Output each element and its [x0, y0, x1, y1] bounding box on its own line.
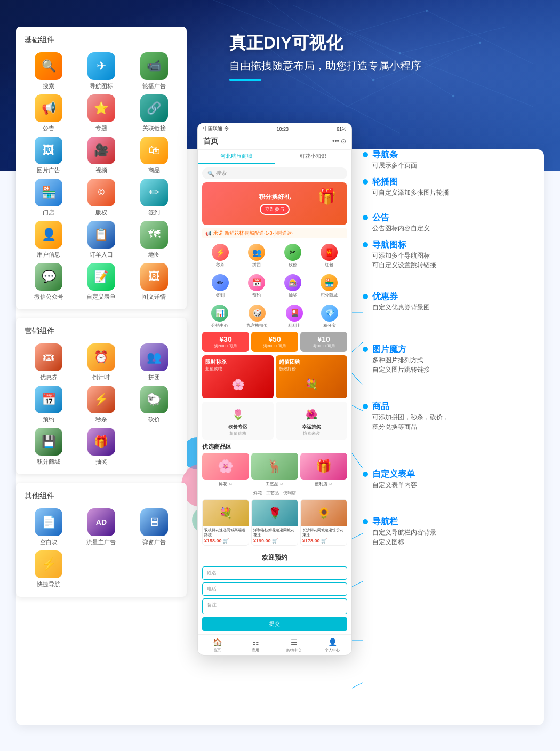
phone-icon-scratch[interactable]: 🎴 刮刮卡	[286, 305, 303, 329]
bottom-nav-apps-icon: ⚏	[252, 638, 259, 646]
banner-decoration: 🎁	[318, 188, 337, 205]
phone-icon-grid9[interactable]: 🎲 九宫格抽奖	[246, 305, 268, 329]
ann-desc-2: 可自定义添加多张图片轮播	[372, 188, 449, 197]
promo-item-lucky[interactable]: 🌺 幸运抽奖 惊喜来袭	[276, 402, 347, 440]
icon-imgad[interactable]: 🖼 图片广告	[25, 137, 73, 174]
phone-icon-points[interactable]: 🏪 积分商城	[321, 274, 338, 298]
icon-goods[interactable]: 🛍 商品	[130, 137, 178, 174]
icon-checkin[interactable]: ✏ 签到	[130, 179, 178, 217]
icon-search[interactable]: 🔍 搜索	[25, 52, 73, 90]
phone-battery: 61%	[337, 126, 346, 132]
group-buy-img: 💐	[279, 374, 344, 395]
product-2-price: ¥199.00 🛒	[252, 538, 298, 545]
promo-item-chop[interactable]: 🌷 砍价专区 超值价格	[202, 402, 274, 440]
coupon-2[interactable]: ¥50 满300.00可用	[251, 332, 298, 352]
icon-topic[interactable]: ⭐ 专题	[77, 94, 126, 132]
phone-search[interactable]: 🔍 搜索	[202, 167, 347, 179]
form-name-input[interactable]: 姓名	[202, 566, 347, 580]
icon-video[interactable]: 🎥 视频	[77, 137, 126, 174]
banner-btn[interactable]: 立即参与	[260, 204, 290, 215]
phone-icon-dist-label: 分销中心	[211, 323, 228, 329]
img-magic-store[interactable]: 🎁 便利店 ☺	[300, 453, 347, 487]
ann-dot-4	[363, 242, 368, 247]
icon-timer-label: 倒计时	[92, 373, 110, 381]
phone-icon-group[interactable]: 👥 拼团	[248, 244, 265, 268]
phone-icon-checkin[interactable]: ✏ 签到	[212, 274, 229, 298]
phone-banner: 积分换好礼 立即参与 🎁	[202, 182, 347, 225]
icon-timer-box: ⏰	[87, 343, 115, 371]
basic-icon-grid: 🔍 搜索 ✈ 导航图标 📹 轮播广告 📢 公告 ⭐ 专题	[25, 52, 178, 301]
icon-copyright[interactable]: © 版权	[77, 179, 126, 217]
icon-lottery[interactable]: 🎁 抽奖	[77, 428, 126, 466]
icon-banner[interactable]: 📹 轮播广告	[130, 52, 178, 90]
form-phone-input[interactable]: 电话	[202, 582, 347, 596]
phone-mockup: 中国联通 令 10:23 61% 首页 ••• ⊙ 河北航旅商城 鲜花小知识 🔍…	[197, 123, 352, 656]
icon-nav[interactable]: ✈ 导航图标	[77, 52, 126, 90]
icon-customform[interactable]: 📝 自定义表单	[77, 263, 126, 301]
phone-header-more[interactable]: ••• ⊙	[332, 138, 346, 145]
bottom-nav-profile[interactable]: 👤 个人中心	[313, 638, 351, 653]
icon-link[interactable]: 🔗 关联链接	[130, 94, 178, 132]
icon-copyright-box: ©	[87, 179, 115, 206]
icon-group[interactable]: 👥 拼团	[130, 343, 178, 381]
icon-goods-label: 商品	[148, 166, 160, 174]
phone-nav-tab-2[interactable]: 鲜花小知识	[275, 150, 351, 164]
phone-icon-flash[interactable]: ⚡ 秒杀	[212, 244, 229, 268]
product-1-name: 双枝鲜花速递同城高端道路统...	[203, 526, 249, 538]
icon-flowad-box: AD	[87, 508, 115, 536]
phone-status-bar: 中国联通 令 10:23 61%	[198, 123, 351, 134]
icon-popupad[interactable]: 🖥 弹窗广告	[130, 508, 178, 546]
icon-map[interactable]: 🗺 地图	[130, 221, 178, 259]
product-3-price: ¥178.00 🛒	[301, 538, 347, 545]
icon-userinfo[interactable]: 👤 用户信息	[25, 221, 73, 259]
img-magic-flower[interactable]: 🌸 鲜花 ☺	[202, 453, 249, 487]
annotation-coupon: 优惠券 自定义优惠券背景图	[363, 291, 544, 312]
icon-points[interactable]: 💾 积分商城	[25, 428, 73, 466]
flash-sale-sub: 超值购物	[205, 366, 270, 372]
form-submit-btn[interactable]: 提交	[202, 617, 347, 631]
icon-detail[interactable]: 🖼 图文详情	[130, 263, 178, 301]
img-magic-craft[interactable]: 🦌 工艺品 ☺	[251, 453, 298, 487]
phone-icon-lottery-circle: 🎰	[284, 274, 301, 291]
icon-store[interactable]: 🏪 门店	[25, 179, 73, 217]
icon-coupon[interactable]: 🎟 优惠券	[25, 343, 73, 381]
phone-icon-lottery[interactable]: 🎰 抽奖	[284, 274, 301, 298]
phone-icon-chop[interactable]: ✂ 砍价	[284, 244, 301, 268]
product-3[interactable]: 🌻 长沙鲜花同城速递惊价花束送... ¥178.00 🛒	[300, 499, 347, 546]
coupon-1[interactable]: ¥30 满200.00可用	[202, 332, 249, 352]
product-1[interactable]: 💐 双枝鲜花速递同城高端道路统... ¥158.00 🛒	[202, 499, 249, 546]
ann-dot-9	[363, 519, 368, 524]
phone-icon-dist[interactable]: 📊 分销中心	[211, 305, 228, 329]
phone-bottom-nav: 🏠 首页 ⚏ 应用 ☰ 购物中心 👤 个人中心	[198, 634, 351, 655]
icon-checkin-box: ✏	[140, 179, 168, 206]
icon-appt[interactable]: 📅 预约	[25, 386, 73, 424]
ann-desc-9: 自定义导航栏内容背景自定义图标	[372, 528, 436, 547]
phone-icon-scratch-label: 刮刮卡	[288, 323, 301, 329]
icon-timer[interactable]: ⏰ 倒计时	[77, 343, 126, 381]
icon-chop[interactable]: 🐑 砍价	[130, 386, 178, 424]
product-3-name: 长沙鲜花同城速递惊价花束送...	[301, 526, 347, 538]
icon-quicknav[interactable]: ⚡ 快捷导航	[25, 550, 73, 588]
bottom-nav-apps[interactable]: ⚏ 应用	[236, 638, 275, 653]
form-note-input[interactable]: 备注	[202, 598, 347, 614]
coupon-3-price: ¥10	[302, 335, 345, 343]
product-2[interactable]: 🌹 洋和洛枝鲜花速递同城花花送... ¥199.00 🛒	[251, 499, 298, 546]
coupon-3[interactable]: ¥10 满100.00可用	[300, 332, 347, 352]
icon-wechat[interactable]: 💬 微信公众号	[25, 263, 73, 301]
icon-flowad[interactable]: AD 流量主广告	[77, 508, 126, 546]
icon-flash[interactable]: ⚡ 秒杀	[77, 386, 126, 424]
phone-icon-appt[interactable]: 📅 预约	[248, 274, 265, 298]
phone-icon-pointbao[interactable]: 💎 积分宝	[321, 305, 338, 329]
phone-icon-flash-circle: ⚡	[212, 244, 229, 261]
icon-blank[interactable]: 📄 空白块	[25, 508, 73, 546]
img-magic-store-label: 便利店 ☺	[300, 481, 347, 487]
phone-notice: 📢 承诺 新鲜花材·同城配送·1-3小时送达·	[202, 228, 347, 238]
selected-goods-title: 优选商品区	[202, 443, 347, 451]
icon-order[interactable]: 📋 订单入口	[77, 221, 126, 259]
phone-icon-redpack[interactable]: 🧧 红包	[321, 244, 338, 268]
bottom-nav-home[interactable]: 🏠 首页	[198, 638, 236, 653]
phone-nav-tab-1[interactable]: 河北航旅商城	[198, 150, 275, 164]
icon-notice[interactable]: 📢 公告	[25, 94, 73, 132]
bottom-nav-shop[interactable]: ☰ 购物中心	[275, 638, 313, 653]
icon-group-box: 👥	[140, 343, 168, 371]
